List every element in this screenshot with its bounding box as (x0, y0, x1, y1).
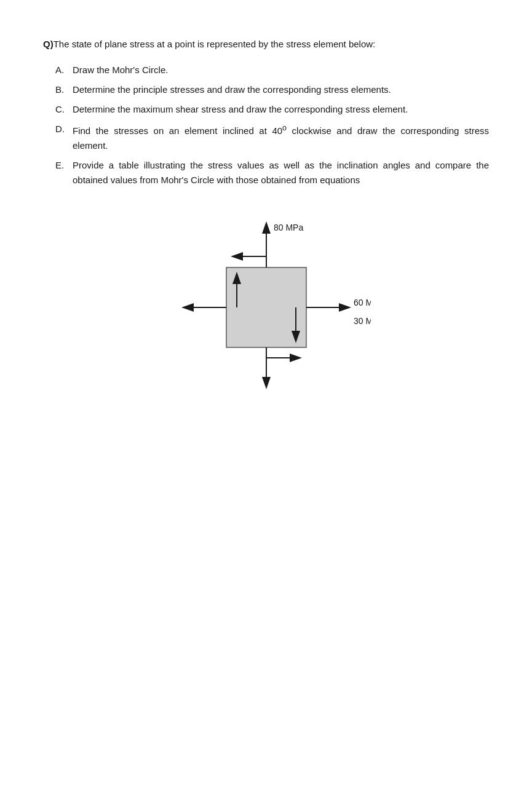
question-main: Q)The state of plane stress at a point i… (43, 37, 489, 52)
part-d-text: Find the stresses on an element inclined… (73, 122, 489, 153)
svg-marker-7 (290, 354, 302, 362)
part-d-letter: D. (55, 122, 73, 136)
svg-marker-13 (339, 303, 351, 312)
part-b: B. Determine the principle stresses and … (55, 82, 489, 97)
part-a-letter: A. (55, 63, 73, 77)
stress-diagram-svg: 80 MPa 60 MPa (162, 212, 371, 403)
part-c-letter: C. (55, 102, 73, 117)
label-80mpa-text: 80 MPa (274, 223, 303, 232)
part-e: E. Provide a table illustrating the stre… (55, 158, 489, 188)
part-e-text: Provide a table illustrating the stress … (73, 158, 489, 188)
svg-marker-1 (262, 221, 271, 234)
part-a: A. Draw the Mohr's Circle. (55, 63, 489, 77)
question-main-text: The state of plane stress at a point is … (54, 39, 376, 49)
parts-list: A. Draw the Mohr's Circle. B. Determine … (55, 63, 489, 188)
question-prefix: Q) (43, 39, 54, 49)
part-d: D. Find the stresses on an element incli… (55, 122, 489, 153)
page-content: Q)The state of plane stress at a point i… (43, 37, 489, 403)
svg-marker-5 (262, 377, 271, 389)
svg-marker-3 (231, 252, 243, 261)
part-c: C. Determine the maximum shear stress an… (55, 102, 489, 117)
part-b-letter: B. (55, 82, 73, 97)
part-a-text: Draw the Mohr's Circle. (73, 63, 489, 77)
part-e-letter: E. (55, 158, 73, 173)
label-60mpa-text: 60 MPa (354, 298, 371, 307)
label-30mpa-text: 30 MPa (354, 316, 371, 326)
part-c-text: Determine the maximum shear stress and d… (73, 102, 489, 117)
part-b-text: Determine the principle stresses and dra… (73, 82, 489, 97)
svg-marker-9 (181, 303, 194, 312)
stress-diagram-container: 80 MPa 60 MPa (43, 212, 489, 403)
